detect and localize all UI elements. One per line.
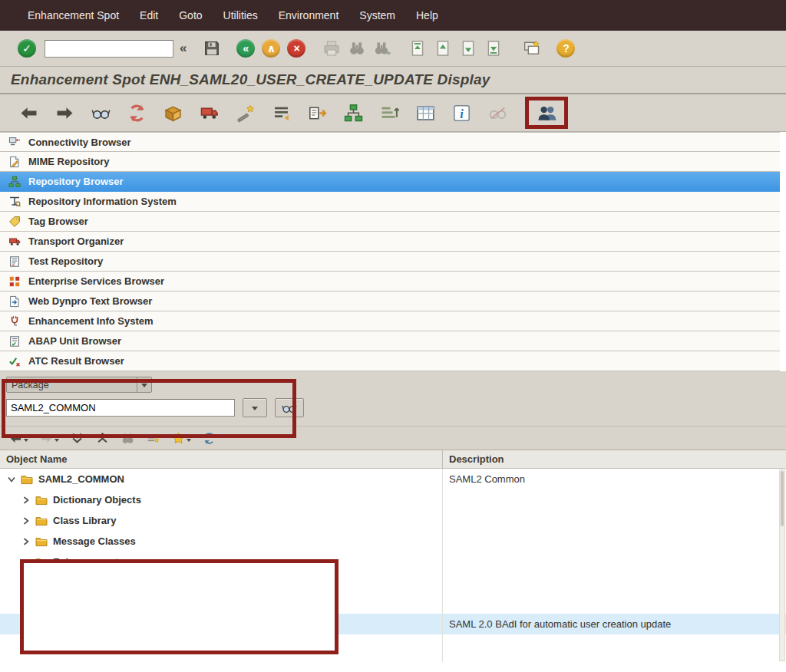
browser-type-dropdown-button[interactable] (137, 377, 151, 392)
refresh-icon[interactable] (127, 103, 147, 123)
package-name-input[interactable] (6, 399, 235, 417)
menu-item-environment[interactable]: Environment (279, 9, 339, 21)
refresh-tree-icon[interactable] (201, 430, 216, 446)
goto-icon[interactable] (307, 103, 327, 123)
help-icon[interactable]: ? (556, 38, 576, 58)
tree-row-checkpoint-groups[interactable]: Checkpoint Groups (0, 634, 786, 655)
menu-item-goto[interactable]: Goto (179, 9, 202, 21)
users-icon[interactable] (537, 103, 556, 123)
chevron-right-icon[interactable] (21, 495, 31, 505)
browser-item-tag-browser[interactable]: Tag Browser (0, 212, 780, 232)
tree-item-description: SAML2 Common (442, 473, 786, 485)
tree-row-enhancements[interactable]: Enhancements (0, 552, 786, 572)
tree-navigation-toolbar (0, 427, 786, 450)
table-view-icon[interactable] (415, 103, 435, 123)
first-page-icon[interactable] (408, 38, 428, 58)
tree-row-badi-saml20-user-create-update[interactable]: INBADI_SAML20_USER_CREATE_UPDATESAML 2.0… (0, 614, 786, 634)
transport-organizer-icon (8, 235, 21, 248)
browser-item-connectivity-browser[interactable]: Connectivity Browser (0, 132, 780, 152)
browser-item-enterprise-services-browser[interactable]: Enterprise Services Browser (0, 272, 780, 292)
folder-icon (35, 493, 48, 506)
previous-page-icon[interactable] (433, 38, 453, 58)
browser-item-transport-organizer[interactable]: Transport Organizer (0, 232, 780, 252)
tree-scrollbar-thumb[interactable] (781, 471, 784, 526)
display-change-icon[interactable] (91, 103, 111, 123)
nav-back-icon[interactable] (8, 430, 23, 446)
collapse-command-field-icon[interactable]: « (177, 41, 190, 56)
object-tree-icon[interactable] (343, 103, 363, 123)
forward-arrow-icon[interactable] (54, 103, 74, 123)
last-page-icon[interactable] (484, 38, 504, 58)
display-package-button[interactable] (275, 398, 304, 417)
find-next-icon[interactable] (372, 38, 392, 58)
favorites-icon[interactable] (170, 430, 186, 446)
find-icon[interactable] (120, 430, 135, 446)
tree-scrollbar[interactable] (779, 469, 785, 661)
object-list-icon[interactable] (271, 103, 291, 123)
sort-icon[interactable] (379, 103, 399, 123)
browser-item-repository-browser[interactable]: Repository Browser (0, 172, 780, 192)
browser-item-web-dynpro-text-browser[interactable]: Web Dynpro Text Browser (0, 292, 780, 311)
browser-item-abap-unit-browser[interactable]: ABAP Unit Browser (0, 331, 780, 351)
chevron-right-icon[interactable] (21, 516, 31, 525)
dropdown-arrow-icon[interactable] (54, 439, 59, 444)
tree-row-dictionary-objects[interactable]: Dictionary Objects (0, 489, 786, 510)
next-page-icon[interactable] (458, 38, 478, 58)
info-icon[interactable]: i (451, 103, 471, 123)
tree-row-enh-saml20-user-create-update[interactable]: ENH_SAML20_USER_CREATE_UPDATE (0, 593, 786, 614)
chevron-down-icon[interactable] (35, 578, 45, 588)
navgroup-add-favorite (145, 430, 160, 446)
transport-icon[interactable] (199, 103, 219, 123)
chevron-down-icon[interactable] (6, 474, 16, 484)
chevron-right-icon[interactable] (64, 619, 74, 629)
tree-row-message-classes[interactable]: Message Classes (0, 531, 786, 552)
title-bar: Enhancement Spot ENH_SAML20_USER_CREATE_… (0, 67, 786, 94)
folder-icon (35, 535, 48, 548)
navgroup-nav-forward (38, 430, 59, 446)
dropdown-arrow-icon[interactable] (24, 439, 28, 444)
nav-forward-icon[interactable] (38, 430, 54, 446)
browser-item-repository-information-system[interactable]: Repository Information System (0, 192, 780, 212)
pattern-icon[interactable] (235, 103, 255, 123)
menu-item-enhancement-spot[interactable]: Enhancement Spot (28, 9, 119, 21)
chevron-right-icon[interactable] (21, 536, 31, 546)
browser-item-label: Tag Browser (28, 216, 88, 227)
menu-item-edit[interactable]: Edit (140, 9, 158, 21)
save-icon[interactable] (202, 38, 222, 58)
scroll-top-icon[interactable] (94, 430, 110, 446)
dropdown-arrow-icon[interactable] (187, 439, 191, 444)
tree-row-enhancement-spots[interactable]: Enhancement Spots (0, 572, 786, 593)
svg-text:IN: IN (80, 625, 85, 631)
browser-item-atc-result-browser[interactable]: ATC Result Browser (0, 351, 780, 371)
tree-row-class-library[interactable]: Class Library (0, 510, 786, 531)
chevron-right-icon[interactable] (21, 640, 31, 650)
browser-type-dropdown[interactable]: Package (6, 377, 152, 393)
tree-row-saml2-common[interactable]: SAML2_COMMONSAML2 Common (0, 469, 786, 489)
chevron-down-icon[interactable] (21, 557, 31, 567)
add-favorite-icon[interactable] (145, 430, 160, 446)
scroll-bottom-icon[interactable] (69, 430, 84, 446)
exit-circle-icon[interactable]: ∧ (261, 38, 281, 58)
where-used-icon[interactable] (487, 103, 507, 123)
browser-item-test-repository[interactable]: Test Repository (0, 252, 780, 272)
command-field[interactable] (45, 40, 173, 58)
back-circle-icon[interactable]: « (236, 38, 256, 58)
tree-item-label: ENH_SAML20_USER_CREATE_UPDATE (82, 598, 273, 609)
badi-icon: IN (78, 618, 91, 631)
svg-text:i: i (460, 106, 464, 120)
menu-item-system[interactable]: System (359, 9, 395, 21)
cancel-circle-icon[interactable]: × (286, 38, 306, 58)
menu-item-utilities[interactable]: Utilities (223, 9, 258, 21)
browser-item-mime-repository[interactable]: MIME Repository (0, 152, 780, 172)
chevron-down-icon[interactable] (50, 598, 60, 608)
back-arrow-icon[interactable] (18, 103, 38, 123)
browser-item-enhancement-info-system[interactable]: Enhancement Info System (0, 311, 780, 331)
menu-item-help[interactable]: Help (416, 9, 438, 21)
enter-icon[interactable]: ✓ (17, 38, 37, 58)
find-icon[interactable] (347, 38, 367, 58)
package-history-dropdown-button[interactable] (243, 398, 267, 417)
new-session-icon[interactable] (522, 38, 542, 58)
tree-item-name-cell: ENH_SAML20_USER_CREATE_UPDATE (0, 597, 442, 610)
print-icon[interactable] (322, 38, 342, 58)
package-icon[interactable] (163, 103, 183, 123)
